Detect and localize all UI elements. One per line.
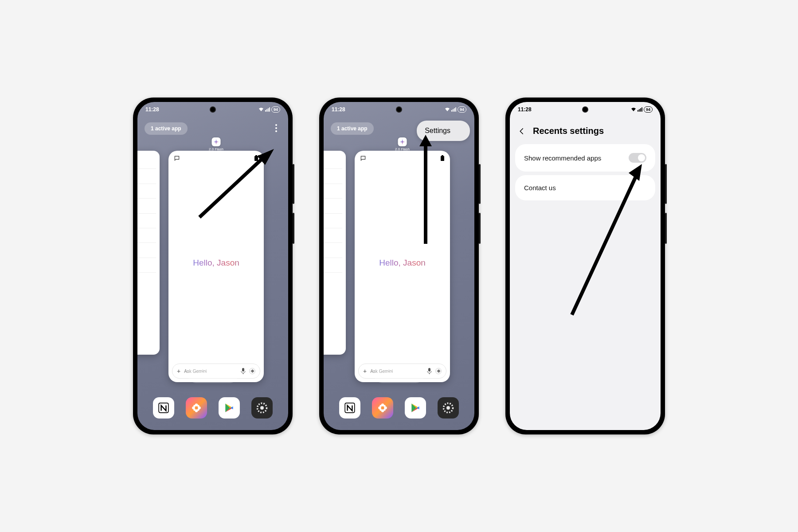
dock-icon-notion[interactable] bbox=[153, 397, 174, 419]
recents-card-gemini[interactable]: 2.0 Flash Hello, Jason + Ask Gemini bbox=[355, 151, 450, 382]
setting-label: Contact us bbox=[524, 184, 556, 192]
list-item: con bbox=[137, 243, 156, 258]
chat-icon bbox=[174, 155, 180, 161]
recents-card-background[interactable]: Cha per/ rix / SN atsAp DMs con agran bbox=[137, 151, 160, 355]
svg-point-29 bbox=[379, 409, 382, 411]
toggle-show-recommended[interactable] bbox=[629, 153, 646, 163]
camera-cutout bbox=[582, 106, 588, 113]
voice-wave-icon[interactable] bbox=[249, 368, 255, 374]
list-item: con bbox=[324, 243, 342, 258]
close-all-button[interactable]: Close all bbox=[188, 366, 238, 383]
model-label: 2.0 Flash bbox=[395, 147, 410, 151]
svg-rect-18 bbox=[441, 156, 444, 161]
svg-point-21 bbox=[436, 368, 442, 374]
wifi-icon bbox=[258, 107, 264, 112]
list-item: DMs bbox=[324, 228, 342, 243]
model-label: 2.0 Flash bbox=[209, 147, 223, 151]
active-apps-chip[interactable]: 1 active app bbox=[331, 122, 374, 135]
chat-icon bbox=[360, 155, 366, 161]
list-item: atsAp bbox=[137, 214, 156, 228]
battery-pill: 94 bbox=[271, 106, 280, 113]
greeting-text: Hello, Jason bbox=[355, 166, 450, 360]
svg-point-12 bbox=[197, 409, 200, 411]
dock-icon-gallery[interactable] bbox=[186, 397, 207, 419]
svg-point-32 bbox=[446, 406, 450, 410]
list-item: Cha bbox=[324, 154, 342, 169]
voice-wave-icon[interactable] bbox=[435, 368, 442, 374]
svg-rect-0 bbox=[254, 156, 258, 161]
back-icon[interactable] bbox=[518, 127, 526, 135]
status-right: 94 bbox=[445, 106, 466, 113]
battery-pill: 94 bbox=[458, 106, 466, 113]
dock-icon-settings[interactable] bbox=[251, 397, 273, 419]
svg-point-9 bbox=[193, 405, 196, 407]
status-time: 11:28 bbox=[145, 106, 159, 113]
recents-settings-screen: 11:28 94 Recents settings Show recommend… bbox=[510, 102, 661, 430]
mic-icon[interactable] bbox=[427, 368, 432, 374]
active-apps-chip[interactable]: 1 active app bbox=[145, 122, 188, 135]
svg-point-14 bbox=[260, 406, 264, 410]
camera-cutout bbox=[210, 106, 216, 113]
greeting-text: Hello, Jason bbox=[168, 166, 264, 360]
dock-icon-gallery[interactable] bbox=[372, 397, 393, 419]
menu-item-settings[interactable]: Settings bbox=[425, 127, 450, 134]
setting-row-show-recommended[interactable]: Show recommended apps bbox=[515, 144, 655, 172]
phone-mockup-1: 11:28 94 1 active app Cha per/ rix / SN … bbox=[133, 98, 293, 434]
wifi-icon bbox=[631, 107, 636, 112]
battery-icon bbox=[440, 155, 445, 161]
close-all-button[interactable]: Close all bbox=[374, 366, 424, 383]
dock-icon-settings[interactable] bbox=[438, 397, 459, 419]
signal-icon bbox=[638, 107, 642, 112]
signal-icon bbox=[451, 107, 456, 112]
svg-rect-1 bbox=[255, 155, 257, 156]
recents-screen-menu: 11:28 94 1 active app Cha per/ rix / SN … bbox=[324, 102, 474, 430]
overflow-menu-button[interactable] bbox=[270, 122, 282, 134]
svg-point-11 bbox=[193, 409, 196, 411]
list-item: agran bbox=[137, 258, 156, 273]
suggested-apps-dock bbox=[324, 397, 474, 419]
battery-pill: 94 bbox=[644, 106, 653, 113]
battery-icon bbox=[254, 155, 258, 161]
list-item: / SN bbox=[324, 199, 342, 213]
status-time: 11:28 bbox=[332, 106, 345, 113]
app-header: 2.0 Flash bbox=[209, 137, 223, 151]
plus-icon[interactable]: + bbox=[177, 368, 180, 375]
dock-icon-playstore[interactable] bbox=[405, 397, 426, 419]
phone-mockup-2: 11:28 94 1 active app Cha per/ rix / SN … bbox=[319, 98, 479, 434]
list-item: rix bbox=[137, 184, 156, 199]
list-item: per/ bbox=[137, 169, 156, 184]
setting-label: Show recommended apps bbox=[524, 154, 601, 162]
recents-card-gemini[interactable]: 2.0 Flash Hello, Jason + Ask Gemini bbox=[168, 151, 264, 382]
list-item: DMs bbox=[137, 228, 156, 243]
phone-mockup-3: 11:28 94 Recents settings Show recommend… bbox=[505, 98, 665, 434]
recents-card-background[interactable]: Cha per/ rix / SN atsAp DMs con agran bbox=[324, 151, 346, 355]
svg-point-10 bbox=[197, 405, 200, 407]
mic-icon[interactable] bbox=[241, 368, 246, 374]
list-item: Cha bbox=[137, 154, 156, 169]
list-item: agran bbox=[324, 258, 342, 273]
dock-icon-playstore[interactable] bbox=[219, 397, 240, 419]
dock-icon-notion[interactable] bbox=[339, 397, 360, 419]
list-item: / SN bbox=[137, 199, 156, 213]
setting-row-contact-us[interactable]: Contact us bbox=[515, 175, 655, 200]
svg-point-27 bbox=[379, 405, 382, 407]
list-item: atsAp bbox=[324, 214, 342, 228]
svg-rect-19 bbox=[442, 155, 443, 156]
app-header: 2.0 Flash bbox=[395, 137, 410, 151]
signal-icon bbox=[265, 107, 270, 112]
plus-icon[interactable]: + bbox=[363, 368, 367, 375]
gemini-icon bbox=[398, 137, 407, 146]
list-item: rix bbox=[324, 184, 342, 199]
svg-rect-20 bbox=[428, 368, 430, 372]
wifi-icon bbox=[445, 107, 450, 112]
status-right: 94 bbox=[258, 106, 280, 113]
suggested-apps-dock bbox=[137, 397, 288, 419]
svg-point-3 bbox=[250, 368, 255, 374]
page-title: Recents settings bbox=[533, 126, 604, 136]
camera-cutout bbox=[396, 106, 402, 113]
status-time: 11:28 bbox=[518, 106, 532, 113]
svg-point-30 bbox=[383, 409, 386, 411]
svg-rect-2 bbox=[242, 368, 244, 372]
list-item: per/ bbox=[324, 169, 342, 184]
gemini-icon bbox=[212, 137, 221, 146]
